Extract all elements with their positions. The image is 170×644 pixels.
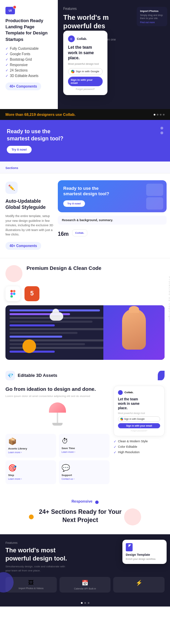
forgot-password-link[interactable]: Forgot password? — [68, 88, 103, 90]
styleguide-title: Auto-Updatable Global Styleguide — [5, 198, 54, 211]
collab-logo: C — [68, 35, 75, 42]
nav-dot-3 — [160, 114, 162, 116]
sections-label: Sections — [5, 166, 18, 170]
check-item: ✓ High Resolution — [114, 450, 165, 454]
card-tagline: Let the team work in same place. — [68, 45, 103, 61]
mini-google-button[interactable]: Sign in with Google — [118, 416, 160, 422]
assets-header: 💎 Editable 3D Assets — [5, 371, 165, 380]
photos-icon: 🖼 — [8, 580, 54, 586]
responsive-section: Responsive 24+ Sections Ready for Your N… — [0, 492, 170, 534]
designers-count-text: More than 68,219 designers use Collab. — [5, 112, 75, 117]
import-link[interactable]: Find out more — [140, 21, 164, 24]
import-photos-card: Import Photos Simply drag and drop them … — [137, 7, 167, 26]
learn-more-link[interactable]: Learn more › — [8, 478, 53, 480]
obj-box-1 — [146, 184, 163, 196]
code-line — [10, 324, 55, 326]
cta-dot-1 — [160, 127, 163, 129]
card-sub: Most powerful design tool — [68, 62, 103, 65]
import-card-text: Simply drag and drop them to your site. — [140, 14, 164, 20]
pink-blob-decoration — [5, 265, 22, 282]
check-icon: ✓ — [114, 445, 116, 449]
calendar-label: Calendar API Built-in — [62, 587, 108, 590]
hero-section: UI Production Ready Landing Page Templat… — [0, 0, 170, 109]
checklist: ✓ Clean & Modern Style ✓ Color Editable … — [114, 440, 165, 454]
photos-label: Import Photos & Videos — [8, 587, 54, 589]
svg-rect-1 — [13, 290, 15, 292]
nav-dot-1 — [154, 114, 155, 116]
lamp-base — [52, 423, 63, 426]
svg-rect-3 — [11, 295, 13, 297]
mini-sub: Most powerful design tool — [118, 412, 160, 414]
assets-icon: 💎 — [5, 371, 15, 380]
stat-number: 16m — [58, 227, 69, 238]
svg-point-4 — [13, 293, 15, 295]
collab-card: C Collab. Let the team work in same plac… — [63, 31, 107, 95]
designers-bar: More than 68,219 designers use Collab. — [0, 109, 170, 120]
premium-header: Premium Design & Clean Code — [5, 265, 165, 282]
check-item: ✓ Clean & Modern Style — [114, 440, 165, 443]
lamp-pole — [57, 413, 58, 423]
pencil-icon: ✏️ — [5, 182, 18, 194]
mini-collab-card: Collab. Let the team work in same place.… — [114, 386, 165, 436]
doc-icon — [126, 543, 133, 551]
cloud-decoration — [50, 312, 63, 321]
assets-col-left: Go from ideation to design and done. Lor… — [5, 386, 109, 485]
google-signin-button[interactable]: Sign in with Google — [68, 68, 103, 75]
smartest-design-card: Ready to use the smartest design tool? T… — [58, 180, 167, 213]
page-nav-dot-1[interactable] — [81, 602, 83, 604]
try-now-button[interactable]: Try it now! — [7, 146, 32, 153]
code-line — [10, 336, 62, 338]
library-icon: 📦 — [8, 437, 53, 445]
card-title: Step — [8, 474, 53, 477]
styleguide-components-button[interactable]: 40+ Components — [5, 242, 41, 250]
nav-bottom — [0, 599, 170, 607]
ui-badge: UI — [5, 7, 15, 14]
styleguide-section: ✏️ Auto-Updatable Global Styleguide Modi… — [0, 173, 170, 258]
bottom-card-empty: ⚡ — [113, 577, 165, 593]
list-item: ✓Bootstrap Grid — [5, 58, 54, 61]
email-signin-button[interactable]: Sign in with your email — [68, 77, 103, 86]
google-icon — [71, 70, 74, 73]
collab-brand: Collab. — [77, 37, 87, 41]
blue-leaf-decoration — [158, 371, 165, 380]
figma-icon — [5, 286, 20, 301]
components-button[interactable]: 40+ Components — [5, 82, 41, 90]
check-icon: ✓ — [114, 440, 116, 443]
cta-dots — [160, 127, 163, 136]
hero-right-panel: Features The world's m powerful des Simu… — [58, 0, 170, 109]
asset-card-step: 🎯 Step Learn more › — [5, 460, 56, 484]
mini-forgot[interactable]: Forgot password? — [118, 430, 160, 432]
hero-left-panel: UI Production Ready Landing Page Templat… — [0, 0, 58, 109]
smartest-cta-button[interactable]: Try it now! — [63, 200, 85, 207]
feature-list: ✓Fully Customizable ✓Google Fonts ✓Boots… — [5, 47, 54, 78]
code-line — [10, 328, 108, 330]
hand-arm — [122, 309, 146, 350]
page-nav-dot-3[interactable] — [88, 602, 89, 604]
check-icon: ✓ — [5, 58, 8, 61]
dark-big-title: The world's most powerful design tool. — [5, 547, 73, 563]
check-icon: ✓ — [5, 52, 8, 56]
contact-link[interactable]: Contact us › — [62, 478, 107, 480]
nav-dot-4 — [163, 114, 165, 116]
mini-collab-header: Collab. — [118, 390, 160, 395]
import-card-title: Import Photos — [140, 10, 164, 13]
mini-google-icon — [120, 418, 123, 420]
collab-dot — [118, 390, 123, 395]
save-time-icon: ⏱ — [62, 437, 107, 445]
dark-sub-text: Simultaneously design, code and collabor… — [5, 565, 67, 573]
premium-icons-row: 5 — [5, 286, 165, 301]
premium-section: Premium Design & Clean Code 5 — [0, 258, 170, 360]
page-nav-dot-2[interactable] — [84, 602, 86, 604]
yellow-dot-decoration — [29, 515, 34, 519]
dark-preview-section: Features The world's most powerful desig… — [0, 534, 170, 599]
collab-mini-badge: Collab. — [72, 229, 87, 236]
learn-more-link[interactable]: Learn more › — [8, 451, 53, 454]
asset-card-support: 💬 Support Contact us › — [59, 460, 109, 484]
learn-more-link[interactable]: Learn more › — [62, 451, 107, 453]
pink-blob2-decoration — [124, 508, 141, 525]
research-label: Research & background, summary. — [62, 218, 113, 222]
responsive-row: Responsive — [5, 499, 165, 505]
mini-email-button[interactable]: Sign in with your email — [118, 423, 160, 428]
cta-text: Ready to use the smartest design tool? — [7, 128, 75, 142]
svg-rect-0 — [11, 290, 13, 292]
